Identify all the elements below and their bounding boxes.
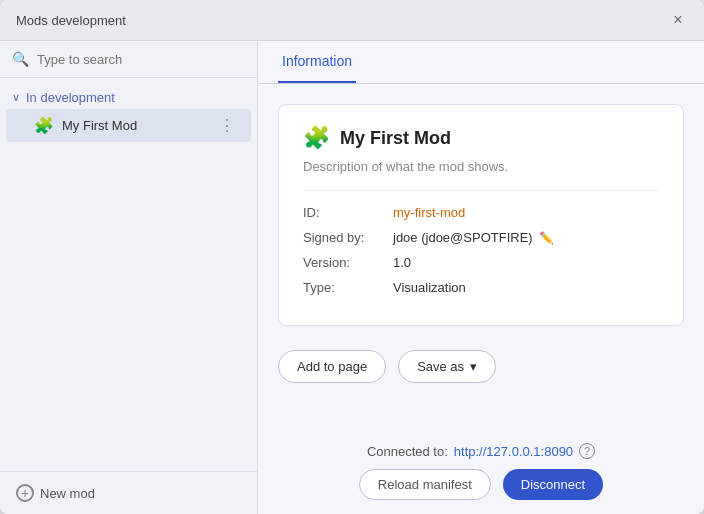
sidebar-tree: ∨ In development 🧩 My First Mod ⋮ [0, 78, 257, 471]
window-title: Mods development [16, 13, 126, 28]
help-icon[interactable]: ? [579, 443, 595, 459]
tree-group-in-development: ∨ In development 🧩 My First Mod ⋮ [0, 86, 257, 142]
field-id-label: ID: [303, 205, 393, 220]
bottom-bar: Connected to: http://127.0.0.1:8090 ? Re… [258, 429, 704, 514]
tree-group-label: In development [26, 90, 115, 105]
field-version: Version: 1.0 [303, 255, 659, 270]
search-input[interactable] [37, 52, 245, 67]
connected-label: Connected to: [367, 444, 448, 459]
main-window: Mods development × 🔍 ∨ In development 🧩 … [0, 0, 704, 514]
chevron-down-icon: ▾ [470, 359, 477, 374]
disconnect-button[interactable]: Disconnect [503, 469, 603, 500]
tree-group-header[interactable]: ∨ In development [0, 86, 257, 109]
card-description: Description of what the mod shows. [303, 159, 659, 174]
reload-manifest-button[interactable]: Reload manifest [359, 469, 491, 500]
field-id-value: my-first-mod [393, 205, 465, 220]
connected-row: Connected to: http://127.0.0.1:8090 ? [278, 443, 684, 459]
reload-manifest-label: Reload manifest [378, 477, 472, 492]
list-item[interactable]: 🧩 My First Mod ⋮ [6, 109, 251, 142]
mod-icon: 🧩 [34, 116, 54, 135]
save-as-label: Save as [417, 359, 464, 374]
field-id: ID: my-first-mod [303, 205, 659, 220]
close-button[interactable]: × [668, 10, 688, 30]
add-to-page-label: Add to page [297, 359, 367, 374]
new-mod-label: New mod [40, 486, 95, 501]
save-as-button[interactable]: Save as ▾ [398, 350, 496, 383]
new-mod-button[interactable]: + New mod [16, 484, 241, 502]
sidebar: 🔍 ∨ In development 🧩 My First Mod ⋮ [0, 41, 258, 514]
field-signed-label: Signed by: [303, 230, 393, 245]
titlebar: Mods development × [0, 0, 704, 41]
content-area: 🔍 ∨ In development 🧩 My First Mod ⋮ [0, 41, 704, 514]
field-version-value: 1.0 [393, 255, 411, 270]
card-title: My First Mod [340, 128, 451, 149]
card-divider [303, 190, 659, 191]
search-icon: 🔍 [12, 51, 29, 67]
mod-item-menu-icon[interactable]: ⋮ [215, 114, 239, 137]
field-signed-value: jdoe (jdoe@SPOTFIRE) [393, 230, 533, 245]
add-icon: + [16, 484, 34, 502]
sidebar-footer: + New mod [0, 471, 257, 514]
chevron-down-icon: ∨ [12, 91, 20, 104]
main-panel: Information 🧩 My First Mod Description o… [258, 41, 704, 514]
field-type-label: Type: [303, 280, 393, 295]
disconnect-label: Disconnect [521, 477, 585, 492]
search-bar: 🔍 [0, 41, 257, 78]
mod-item-label: My First Mod [62, 118, 215, 133]
connected-url[interactable]: http://127.0.0.1:8090 [454, 444, 573, 459]
card-title-row: 🧩 My First Mod [303, 125, 659, 151]
field-signed: Signed by: jdoe (jdoe@SPOTFIRE) ✏️ [303, 230, 659, 245]
tab-information[interactable]: Information [278, 41, 356, 83]
field-type: Type: Visualization [303, 280, 659, 295]
add-to-page-button[interactable]: Add to page [278, 350, 386, 383]
field-version-label: Version: [303, 255, 393, 270]
info-card: 🧩 My First Mod Description of what the m… [278, 104, 684, 326]
tabs: Information [258, 41, 704, 84]
panel-content: 🧩 My First Mod Description of what the m… [258, 84, 704, 429]
actions-row: Add to page Save as ▾ [278, 350, 684, 383]
mod-card-icon: 🧩 [303, 125, 330, 151]
edit-icon[interactable]: ✏️ [539, 231, 554, 245]
bottom-actions: Reload manifest Disconnect [278, 469, 684, 500]
tab-information-label: Information [282, 53, 352, 69]
field-type-value: Visualization [393, 280, 466, 295]
